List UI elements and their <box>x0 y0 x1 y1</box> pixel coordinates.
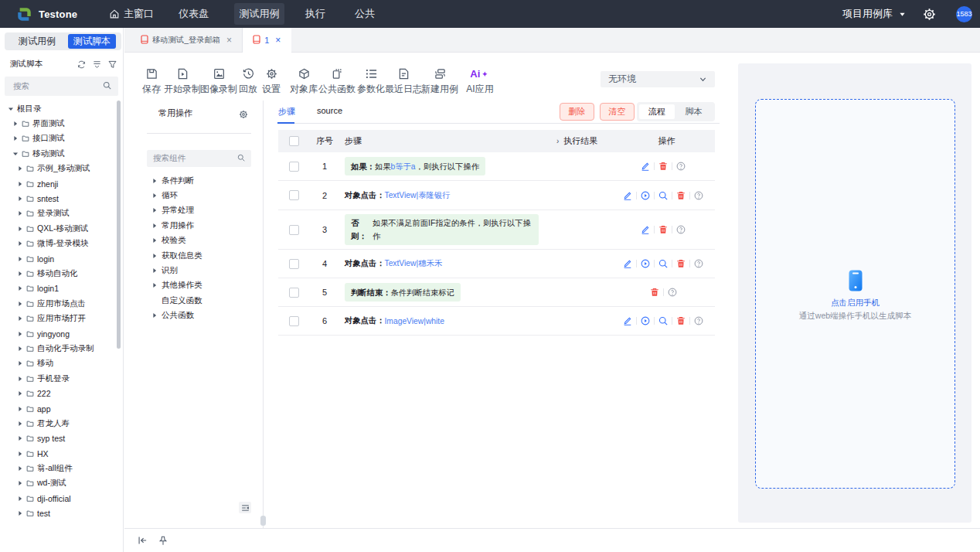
svg-text:Ai: Ai <box>470 68 480 80</box>
